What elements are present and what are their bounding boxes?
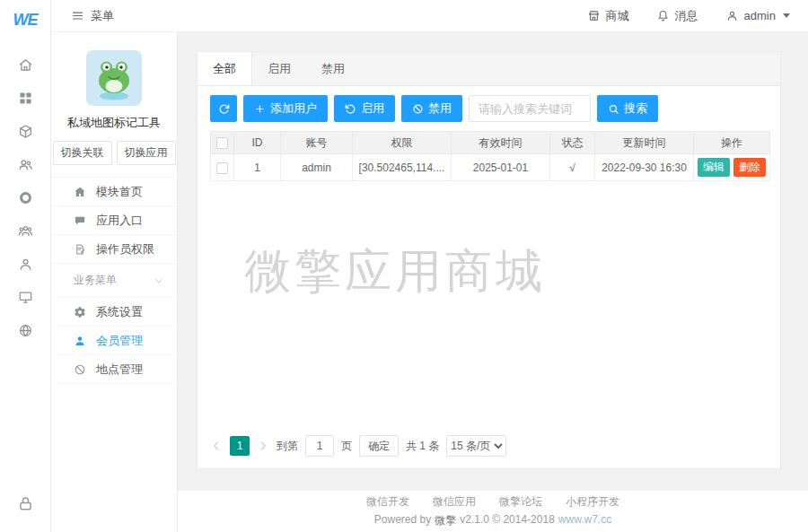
col-update-time: 更新时间 — [595, 132, 694, 154]
powered-site-link[interactable]: www.w7.cc — [558, 513, 611, 528]
sidebar-item-member-management[interactable]: 会员管理 — [51, 327, 177, 355]
footer-links: 微信开发 微信应用 微擎论坛 小程序开发 — [366, 494, 619, 510]
select-all-checkbox[interactable] — [216, 137, 228, 149]
sidebar-item-label: 会员管理 — [96, 333, 143, 349]
gear-icon — [74, 306, 86, 318]
cell-actions: 编辑删除 — [694, 154, 770, 181]
sidebar-item-system-settings[interactable]: 系统设置 — [51, 298, 177, 327]
sidebar-section-business-menu[interactable]: 业务菜单 — [51, 264, 177, 298]
footer-link-wechat-app[interactable]: 微信应用 — [433, 494, 476, 510]
content-area: 全部 启用 禁用 添加用户 启用 — [178, 32, 808, 491]
sidebar-item-app-entry[interactable]: 应用入口 — [51, 206, 177, 235]
enable-icon — [345, 103, 356, 115]
team-icon[interactable] — [0, 214, 51, 248]
next-page-button[interactable] — [257, 440, 269, 452]
row-checkbox[interactable] — [216, 162, 228, 174]
messages-link[interactable]: 消息 — [656, 8, 698, 24]
refresh-button[interactable] — [210, 95, 237, 122]
grid-icon[interactable] — [0, 82, 51, 115]
app-name: 私域地图标记工具 — [51, 115, 177, 131]
sidebar-item-label: 地点管理 — [96, 362, 143, 378]
footer: 微信开发 微信应用 微擎论坛 小程序开发 Powered by 微擎 v2.1.… — [178, 491, 808, 532]
powered-version: v2.1.0 © 2014-2018 — [460, 513, 555, 528]
topbar-right: 商城 消息 admin — [587, 8, 790, 24]
cell-permission: [30.502465,114.... — [353, 154, 452, 181]
prev-page-button[interactable] — [210, 440, 223, 452]
disable-label: 禁用 — [428, 100, 452, 117]
app-sidebar: 私域地图标记工具 切换关联 切换应用 模块首页 应用入口 操作员权限 业务菜单 … — [51, 32, 178, 532]
sidebar-item-label: 系统设置 — [96, 304, 143, 320]
sidebar-item-location-management[interactable]: 地点管理 — [51, 355, 177, 384]
weengine-logo: WE — [0, 0, 50, 39]
rail-icon-list — [0, 48, 50, 347]
footer-link-miniprogram-dev[interactable]: 小程序开发 — [566, 494, 619, 510]
col-status: 状态 — [550, 132, 595, 154]
menu-toggle[interactable]: 菜单 — [71, 8, 114, 24]
disable-button[interactable]: 禁用 — [401, 95, 462, 122]
search-label: 搜索 — [624, 100, 647, 117]
hamburger-icon — [71, 9, 84, 22]
globe-icon[interactable] — [0, 314, 51, 347]
home-icon — [74, 186, 86, 198]
members-table: ID 账号 权限 有效时间 状态 更新时间 操作 — [210, 131, 770, 181]
member-card: 全部 启用 禁用 添加用户 启用 — [197, 51, 781, 469]
tab-all[interactable]: 全部 — [198, 52, 252, 85]
footer-link-wechat-dev[interactable]: 微信开发 — [366, 494, 409, 510]
chat-icon — [74, 214, 86, 227]
messages-label: 消息 — [675, 8, 698, 24]
monitor-icon[interactable] — [0, 281, 51, 314]
store-link[interactable]: 商城 — [587, 8, 629, 24]
goto-page-input[interactable] — [305, 435, 334, 457]
page-number-1[interactable]: 1 — [230, 436, 250, 456]
lock-icon[interactable] — [0, 495, 51, 512]
col-actions: 操作 — [694, 132, 770, 154]
edit-button[interactable]: 编辑 — [698, 158, 730, 177]
user-icon[interactable] — [0, 248, 51, 281]
select-all-cell — [211, 132, 234, 154]
icon-rail: WE — [0, 0, 51, 532]
col-permission: 权限 — [353, 132, 452, 154]
tab-disabled[interactable]: 禁用 — [306, 52, 360, 85]
footer-link-weengine-forum[interactable]: 微擎论坛 — [499, 494, 542, 510]
page-size-select[interactable]: 15 条/页 — [446, 435, 506, 457]
tab-enabled[interactable]: 启用 — [252, 52, 306, 85]
search-button[interactable]: 搜索 — [597, 95, 658, 122]
refresh-icon — [218, 103, 230, 115]
confirm-page-button[interactable]: 确定 — [359, 435, 399, 457]
cube-icon[interactable] — [0, 115, 51, 148]
ring-icon[interactable] — [0, 181, 51, 214]
switch-association-button[interactable]: 切换关联 — [53, 141, 112, 165]
member-icon — [74, 335, 86, 347]
users-icon[interactable] — [0, 148, 51, 181]
search-icon — [608, 103, 619, 115]
tab-strip: 全部 启用 禁用 — [198, 52, 780, 86]
chevron-left-icon — [210, 440, 223, 452]
col-id: ID — [234, 132, 281, 154]
sidebar-item-label: 模块首页 — [96, 184, 143, 200]
menu-toggle-label: 菜单 — [91, 8, 114, 24]
powered-brand[interactable]: 微擎 — [435, 513, 456, 528]
cell-update-time: 2022-09-30 16:30 — [595, 154, 694, 181]
add-user-button[interactable]: 添加用户 — [243, 95, 328, 122]
enable-button[interactable]: 启用 — [334, 95, 395, 122]
sidebar-item-label: 应用入口 — [96, 213, 143, 229]
add-user-label: 添加用户 — [270, 100, 317, 117]
col-account: 账号 — [281, 132, 353, 154]
cell-status: √ — [550, 154, 595, 181]
toolbar: 添加用户 启用 禁用 搜索 — [210, 95, 768, 122]
col-valid-time: 有效时间 — [452, 132, 550, 154]
sidebar-item-operator-permission[interactable]: 操作员权限 — [51, 235, 177, 264]
powered-by: Powered by 微擎 v2.1.0 © 2014-2018 www.w7.… — [374, 513, 611, 528]
main-area: 全部 启用 禁用 添加用户 启用 — [178, 32, 808, 532]
plus-icon — [254, 103, 266, 115]
sidebar-item-module-home[interactable]: 模块首页 — [51, 178, 177, 206]
search-input[interactable] — [469, 95, 591, 122]
ban-icon — [74, 363, 86, 376]
ban-icon — [412, 103, 424, 115]
delete-button[interactable]: 删除 — [733, 158, 766, 177]
user-menu[interactable]: admin — [725, 9, 790, 22]
switch-app-button[interactable]: 切换应用 — [117, 141, 176, 165]
home-icon[interactable] — [0, 48, 51, 82]
row-select-cell — [211, 154, 234, 181]
table-row: 1 admin [30.502465,114.... 2025-01-01 √ … — [211, 154, 770, 181]
